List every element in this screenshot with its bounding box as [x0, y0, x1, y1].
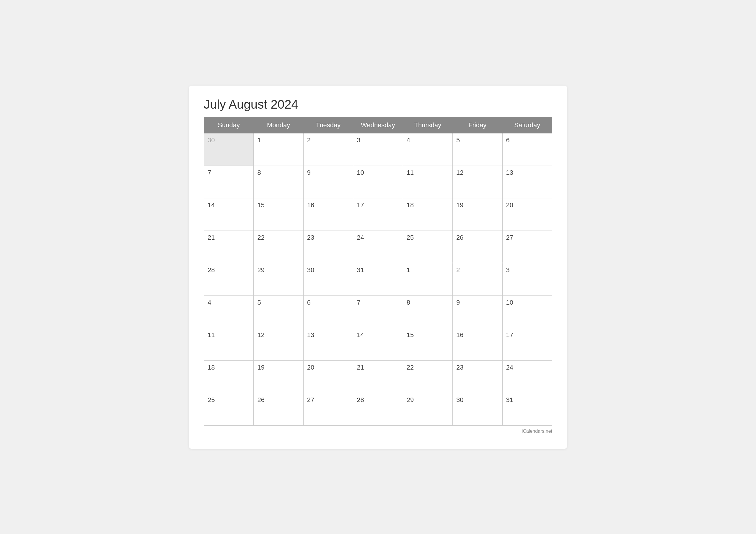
- calendar-day[interactable]: 5: [453, 133, 502, 166]
- calendar-container: July August 2024 SundayMondayTuesdayWedn…: [189, 86, 567, 449]
- calendar-day[interactable]: 26: [453, 230, 502, 263]
- header-cell-friday: Friday: [453, 117, 502, 133]
- calendar-day[interactable]: 23: [453, 360, 502, 393]
- calendar-day[interactable]: 7: [353, 296, 403, 328]
- calendar-day[interactable]: 24: [353, 230, 403, 263]
- day-number: 22: [407, 364, 449, 371]
- calendar-day[interactable]: 10: [502, 296, 552, 328]
- calendar-day[interactable]: 30: [204, 133, 254, 166]
- calendar-day[interactable]: 8: [403, 296, 452, 328]
- header-cell-thursday: Thursday: [403, 117, 452, 133]
- calendar-day[interactable]: 12: [254, 328, 303, 360]
- calendar-day[interactable]: 16: [303, 198, 353, 230]
- calendar-day[interactable]: 23: [303, 230, 353, 263]
- calendar-day[interactable]: 19: [254, 360, 303, 393]
- calendar-day[interactable]: 28: [204, 263, 254, 296]
- calendar-day[interactable]: 1: [254, 133, 303, 166]
- day-number: 30: [208, 136, 250, 144]
- calendar-day[interactable]: 20: [303, 360, 353, 393]
- calendar-day[interactable]: 18: [204, 360, 254, 393]
- calendar-day[interactable]: 20: [502, 198, 552, 230]
- calendar-day[interactable]: 19: [453, 198, 502, 230]
- day-number: 13: [307, 331, 349, 339]
- calendar-day[interactable]: 25: [204, 393, 254, 425]
- calendar-week-row: 78910111213: [204, 166, 552, 198]
- calendar-day[interactable]: 26: [254, 393, 303, 425]
- calendar-day[interactable]: 22: [254, 230, 303, 263]
- day-number: 14: [357, 331, 399, 339]
- calendar-day[interactable]: 15: [254, 198, 303, 230]
- day-number: 12: [456, 169, 499, 176]
- day-number: 1: [407, 266, 449, 274]
- calendar-day[interactable]: 31: [353, 263, 403, 296]
- calendar-day[interactable]: 13: [303, 328, 353, 360]
- calendar-day[interactable]: 17: [502, 328, 552, 360]
- day-number: 21: [208, 234, 250, 241]
- calendar-day[interactable]: 3: [502, 263, 552, 296]
- day-number: 18: [407, 201, 449, 209]
- calendar-day[interactable]: 4: [403, 133, 452, 166]
- day-number: 22: [257, 234, 299, 241]
- day-number: 28: [208, 266, 250, 274]
- calendar-day[interactable]: 24: [502, 360, 552, 393]
- calendar-title: July August 2024: [204, 97, 552, 112]
- day-number: 8: [407, 299, 449, 307]
- calendar-day[interactable]: 11: [204, 328, 254, 360]
- day-number: 17: [357, 201, 399, 209]
- day-number: 26: [456, 234, 499, 241]
- calendar-day[interactable]: 5: [254, 296, 303, 328]
- calendar-day[interactable]: 21: [353, 360, 403, 393]
- calendar-week-row: 28293031123: [204, 263, 552, 296]
- calendar-day[interactable]: 6: [303, 296, 353, 328]
- calendar-day[interactable]: 7: [204, 166, 254, 198]
- calendar-day[interactable]: 9: [303, 166, 353, 198]
- day-number: 18: [208, 364, 250, 371]
- day-number: 21: [357, 364, 399, 371]
- calendar-day[interactable]: 2: [303, 133, 353, 166]
- calendar-day[interactable]: 6: [502, 133, 552, 166]
- calendar-day[interactable]: 1: [403, 263, 452, 296]
- day-number: 23: [307, 234, 349, 241]
- day-number: 15: [407, 331, 449, 339]
- calendar-day[interactable]: 22: [403, 360, 452, 393]
- calendar-day[interactable]: 8: [254, 166, 303, 198]
- calendar-day[interactable]: 14: [353, 328, 403, 360]
- calendar-day[interactable]: 3: [353, 133, 403, 166]
- calendar-day[interactable]: 29: [254, 263, 303, 296]
- day-number: 19: [257, 364, 299, 371]
- calendar-day[interactable]: 27: [303, 393, 353, 425]
- calendar-day[interactable]: 11: [403, 166, 452, 198]
- day-number: 23: [456, 364, 499, 371]
- calendar-day[interactable]: 30: [303, 263, 353, 296]
- day-number: 31: [357, 266, 399, 274]
- calendar-day[interactable]: 9: [453, 296, 502, 328]
- calendar-week-row: 25262728293031: [204, 393, 552, 425]
- calendar-day[interactable]: 27: [502, 230, 552, 263]
- calendar-day[interactable]: 29: [403, 393, 452, 425]
- calendar-day[interactable]: 16: [453, 328, 502, 360]
- calendar-day[interactable]: 25: [403, 230, 452, 263]
- day-number: 26: [257, 396, 299, 404]
- attribution: iCalendars.net: [204, 429, 552, 434]
- day-number: 24: [357, 234, 399, 241]
- calendar-day[interactable]: 10: [353, 166, 403, 198]
- day-number: 29: [257, 266, 299, 274]
- calendar-day[interactable]: 12: [453, 166, 502, 198]
- day-number: 10: [357, 169, 399, 176]
- calendar-day[interactable]: 15: [403, 328, 452, 360]
- calendar-day[interactable]: 31: [502, 393, 552, 425]
- calendar-day[interactable]: 18: [403, 198, 452, 230]
- calendar-day[interactable]: 13: [502, 166, 552, 198]
- day-number: 7: [357, 299, 399, 307]
- day-number: 13: [506, 169, 548, 176]
- calendar-day[interactable]: 17: [353, 198, 403, 230]
- calendar-day[interactable]: 30: [453, 393, 502, 425]
- day-number: 20: [307, 364, 349, 371]
- calendar-day[interactable]: 21: [204, 230, 254, 263]
- calendar-day[interactable]: 2: [453, 263, 502, 296]
- day-number: 20: [506, 201, 548, 209]
- calendar-day[interactable]: 14: [204, 198, 254, 230]
- calendar-day[interactable]: 28: [353, 393, 403, 425]
- calendar-day[interactable]: 4: [204, 296, 254, 328]
- day-number: 25: [407, 234, 449, 241]
